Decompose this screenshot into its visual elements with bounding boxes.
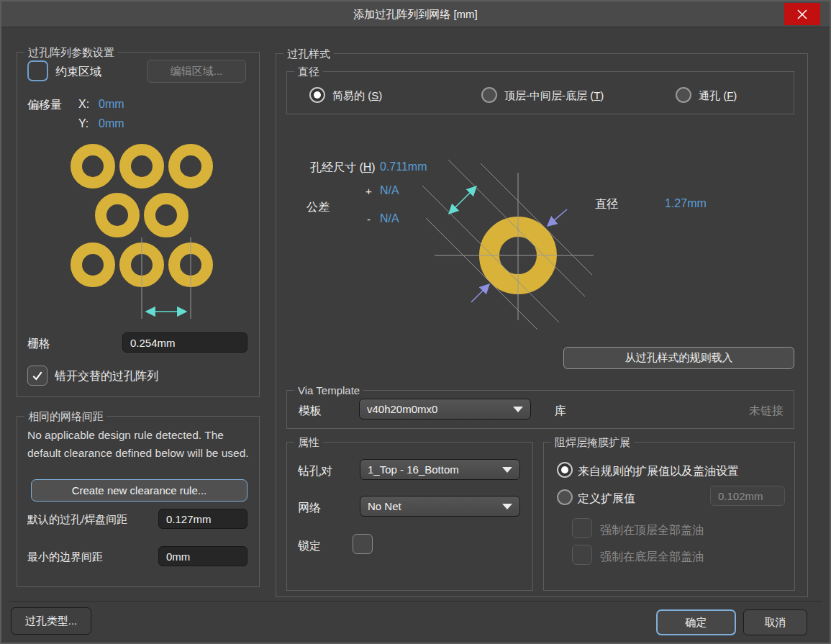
create-clearance-rule-button[interactable]: Create new clearance rule... <box>31 479 248 502</box>
pad-diameter-arrow-icon <box>471 284 489 302</box>
stagger-label: 错开交替的过孔阵列 <box>55 369 158 384</box>
drill-pair-value: 1_Top - 16_Bottom <box>368 463 498 476</box>
library-label: 库 <box>555 404 566 419</box>
grid-input[interactable] <box>122 332 248 353</box>
library-status: 未链接 <box>749 404 784 419</box>
group-properties: 属性 钻孔对 1_Top - 16_Bottom 网络 No Net 锁定 <box>286 442 533 591</box>
offset-x-value[interactable]: 0mm <box>99 98 124 111</box>
radio-full-stack[interactable] <box>676 87 691 103</box>
radio-define-expansion-label: 定义扩展值 <box>578 491 635 507</box>
locked-checkbox[interactable] <box>353 534 373 554</box>
tolerance-minus-value[interactable]: N/A <box>380 212 399 225</box>
net-dropdown[interactable]: No Net <box>360 496 520 517</box>
tolerance-plus-sign: + <box>365 185 372 197</box>
locked-label: 锁定 <box>298 539 321 554</box>
expansion-value-input <box>710 486 785 506</box>
net-value: No Net <box>368 500 498 512</box>
load-from-rules-button[interactable]: 从过孔样式的规则载入 <box>563 347 794 369</box>
pad-diameter-arrow-icon <box>548 209 567 226</box>
template-dropdown[interactable]: v40h20m0mx0 <box>359 399 531 419</box>
group-title: 过孔样式 <box>283 47 334 60</box>
group-solder-mask-expansion: 阻焊层掩膜扩展 来自规则的扩展值以及盖油设置 定义扩展值 强制在顶层全部盖油 强… <box>543 442 795 591</box>
drill-pair-label: 钻孔对 <box>298 464 332 479</box>
clearance-message: No applicable design rule detected. The … <box>27 426 252 462</box>
radio-top-middle-bottom[interactable] <box>481 87 497 103</box>
tolerance-minus-sign: - <box>367 213 371 225</box>
via-array-preview <box>60 133 227 325</box>
chevron-down-icon <box>502 467 512 473</box>
radio-full-stack-label: 通孔 (F) <box>699 89 737 103</box>
radio-top-middle-bottom-label: 顶层-中间层-底层 (T) <box>504 89 604 103</box>
diameter-value[interactable]: 1.27mm <box>665 197 707 210</box>
default-clearance-input[interactable] <box>158 509 248 529</box>
dialog-add-via-array: 添加过孔阵列到网络 [mm] 过孔阵列参数设置 约束区域 编辑区域... 偏移量… <box>0 0 831 644</box>
group-title: 属性 <box>294 435 323 449</box>
close-button[interactable] <box>784 3 820 25</box>
group-via-style: 过孔样式 直径 简易的 (S) 顶层-中间层-底层 (T) 通孔 (F) 孔经尺… <box>276 53 808 597</box>
chevron-down-icon <box>502 504 512 509</box>
constrain-area-checkbox[interactable] <box>27 60 48 81</box>
force-tenting-bottom-label: 强制在底层全部盖油 <box>600 550 704 565</box>
via-preview <box>406 140 643 378</box>
offset-y-value[interactable]: 0mm <box>99 117 124 130</box>
edit-area-button: 编辑区域... <box>147 60 246 83</box>
force-tenting-top-checkbox <box>572 518 592 538</box>
template-label: 模板 <box>299 404 322 419</box>
force-tenting-bottom-checkbox <box>572 545 592 565</box>
group-title: 阻焊层掩膜扩展 <box>551 435 634 449</box>
min-boundary-input[interactable] <box>158 546 248 566</box>
grid-label: 栅格 <box>27 337 50 352</box>
tolerance-label: 公差 <box>306 200 330 215</box>
offset-label: 偏移量 <box>27 98 62 113</box>
net-label: 网络 <box>298 501 321 516</box>
offset-y-label: Y: <box>78 117 88 130</box>
group-title: 相同的网络间距 <box>24 409 107 423</box>
radio-expansion-from-rules[interactable] <box>557 462 573 478</box>
group-via-template: Via Template 模板 v40h20m0mx0 库 未链接 <box>286 390 794 429</box>
title-bar: 添加过孔阵列到网络 [mm] <box>1 1 830 27</box>
tolerance-plus-value[interactable]: N/A <box>380 184 399 197</box>
group-title: 过孔阵列参数设置 <box>24 45 118 59</box>
ok-button[interactable]: 确定 <box>656 609 736 635</box>
force-tenting-top-label: 强制在顶层全部盖油 <box>600 523 704 538</box>
chevron-down-icon <box>513 407 523 412</box>
diameter-label: 直径 <box>595 197 618 212</box>
template-value: v40h20m0mx0 <box>367 403 509 415</box>
stagger-checkbox[interactable] <box>27 366 47 386</box>
drill-pair-dropdown[interactable]: 1_Top - 16_Bottom <box>360 459 520 480</box>
radio-expansion-from-rules-label: 来自规则的扩展值以及盖油设置 <box>578 464 739 479</box>
hole-size-label: 孔经尺寸 (H) <box>310 160 376 176</box>
radio-simple[interactable] <box>309 87 325 103</box>
group-diameter-mode: 直径 简易的 (S) 顶层-中间层-底层 (T) 通孔 (F) <box>286 71 794 114</box>
group-title: Via Template <box>294 384 363 397</box>
checkmark-icon <box>31 369 44 382</box>
dialog-title: 添加过孔阵列到网络 [mm] <box>1 1 830 27</box>
hole-diameter-arrow-icon <box>449 186 476 214</box>
radio-define-expansion[interactable] <box>557 489 573 505</box>
radio-simple-label: 简易的 (S) <box>332 89 382 103</box>
group-title: 直径 <box>294 65 323 78</box>
default-clearance-label: 默认的过孔/焊盘间距 <box>27 513 127 527</box>
close-icon <box>797 9 807 19</box>
offset-x-label: X: <box>78 98 89 111</box>
group-same-net-clearance: 相同的网络间距 No applicable design rule detect… <box>17 416 260 587</box>
via-types-button[interactable]: 过孔类型... <box>11 607 91 635</box>
cancel-button[interactable]: 取消 <box>743 609 807 635</box>
min-boundary-label: 最小的边界间距 <box>27 550 103 564</box>
group-via-array-settings: 过孔阵列参数设置 约束区域 编辑区域... 偏移量 X: 0mm Y: 0mm <box>17 52 260 397</box>
footer-divider <box>9 601 822 602</box>
constrain-area-label: 约束区域 <box>55 65 101 80</box>
